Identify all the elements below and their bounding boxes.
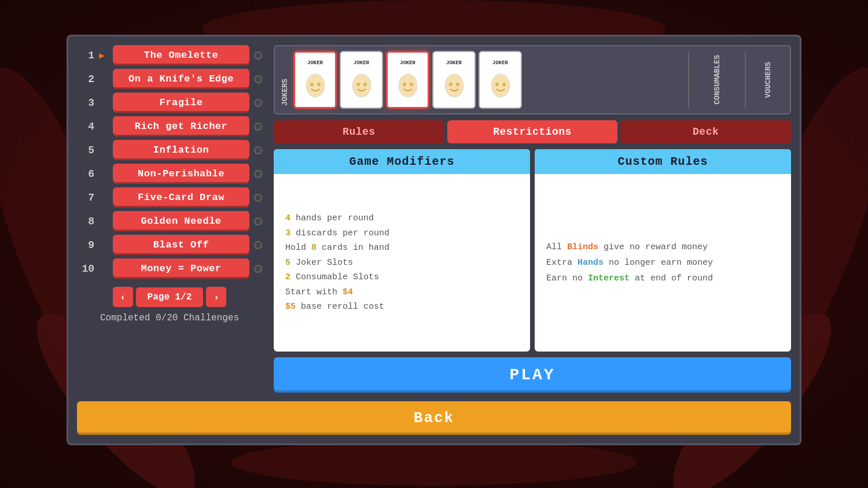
- challenge-num-6: 6: [77, 168, 94, 180]
- challenge-num-4: 4: [77, 121, 94, 132]
- joker-card-2-label: JOKER: [354, 60, 369, 66]
- page-label[interactable]: Page 1/2: [136, 287, 204, 307]
- svg-point-14: [410, 83, 413, 86]
- rules-line-1: All Blinds give no reward money: [546, 239, 779, 255]
- joker-card-4-label: JOKER: [446, 60, 462, 66]
- modifier-line-3: Hold 8 cards in hand: [285, 241, 518, 256]
- highlight-3: 8: [311, 243, 317, 253]
- dot-8: [254, 217, 262, 225]
- challenge-row-5: 5 ▶ Inflation: [77, 140, 262, 160]
- challenge-row-2: 2 ▶ On a Knife's Edge: [77, 69, 262, 89]
- dot-4: [254, 123, 262, 131]
- vouchers-area: VOUCHERS: [751, 51, 785, 109]
- highlight-5: 2: [285, 272, 290, 282]
- svg-point-20: [502, 83, 506, 86]
- joker-cards-area: JOKER JOKER: [293, 51, 683, 109]
- challenge-btn-3[interactable]: Fragile: [113, 93, 249, 113]
- challenge-btn-2[interactable]: On a Knife's Edge: [113, 69, 249, 89]
- challenge-num-1: 1: [77, 50, 94, 61]
- highlight-7: $5: [285, 302, 296, 312]
- modifier-line-2: 3 discards per round: [285, 226, 518, 241]
- main-container: 1 ▶ The Omelette 2 ▶ On a Knife's Edge 3…: [67, 35, 801, 445]
- tab-restrictions[interactable]: Restrictions: [447, 120, 618, 143]
- svg-point-12: [399, 74, 417, 97]
- challenge-btn-8[interactable]: Golden Needle: [113, 211, 249, 231]
- challenge-row-9: 9 ▶ Blast Off: [77, 235, 262, 255]
- joker-card-5-label: JOKER: [492, 60, 508, 66]
- dot-9: [254, 241, 262, 249]
- highlight-6: $4: [343, 287, 353, 297]
- joker-card-4[interactable]: JOKER: [432, 51, 476, 109]
- challenge-btn-6[interactable]: Non-Perishable: [113, 164, 249, 184]
- custom-rules-header: Custom Rules: [535, 149, 791, 174]
- challenge-btn-7[interactable]: Five-Card Draw: [113, 187, 249, 208]
- game-modifiers-body: 4 hands per round 3 discards per round H…: [274, 174, 530, 352]
- svg-point-10: [356, 83, 360, 86]
- back-button[interactable]: Back: [77, 401, 791, 435]
- joker-card-5[interactable]: JOKER: [479, 51, 522, 109]
- joker-egg-1: [302, 68, 328, 99]
- challenge-btn-10[interactable]: Money = Power: [113, 258, 249, 279]
- divider-2: [745, 51, 746, 109]
- challenge-row-4: 4 ▶ Rich get Richer: [77, 116, 262, 136]
- rules-line-2: Extra Hands no longer earn money: [546, 255, 779, 271]
- tabs-row: Rules Restrictions Deck: [274, 120, 791, 143]
- dot-2: [254, 75, 262, 83]
- challenge-row-10: 10 ▶ Money = Power: [77, 258, 262, 279]
- challenge-num-8: 8: [77, 216, 94, 227]
- svg-point-17: [456, 83, 459, 86]
- challenge-btn-4[interactable]: Rich get Richer: [113, 116, 249, 136]
- game-modifiers-panel: Game Modifiers 4 hands per round 3 disca…: [274, 149, 530, 352]
- dot-1: [254, 51, 262, 60]
- tab-rules[interactable]: Rules: [274, 120, 444, 143]
- svg-point-11: [363, 83, 367, 86]
- challenge-btn-1[interactable]: The Omelette: [113, 45, 249, 65]
- challenge-btn-5[interactable]: Inflation: [113, 140, 249, 160]
- challenge-num-5: 5: [77, 145, 94, 156]
- blinds-highlight: Blinds: [567, 242, 598, 252]
- svg-point-19: [495, 83, 499, 86]
- back-btn-container: Back: [77, 401, 791, 435]
- custom-rules-body: All Blinds give no reward money Extra Ha…: [535, 174, 791, 352]
- svg-point-13: [403, 83, 406, 86]
- jokers-section: JOKERS JOKER: [274, 45, 791, 114]
- tab-deck[interactable]: Deck: [620, 120, 791, 143]
- svg-point-5: [231, 439, 637, 486]
- challenge-btn-9[interactable]: Blast Off: [113, 235, 249, 255]
- challenge-num-7: 7: [77, 192, 94, 204]
- highlight-4: 5: [285, 258, 290, 268]
- page-prev-button[interactable]: ‹: [113, 287, 133, 307]
- svg-point-15: [445, 74, 464, 97]
- svg-point-7: [310, 83, 314, 86]
- divider-1: [688, 51, 689, 109]
- challenge-num-2: 2: [77, 73, 94, 85]
- challenge-row-6: 6 ▶ Non-Perishable: [77, 164, 262, 184]
- joker-egg-4: [441, 68, 467, 99]
- joker-card-2[interactable]: JOKER: [340, 51, 383, 109]
- challenge-row-1: 1 ▶ The Omelette: [77, 45, 262, 65]
- joker-card-1[interactable]: JOKER: [293, 51, 337, 109]
- pagination: ‹ Page 1/2 ›: [77, 287, 262, 307]
- info-panels: Game Modifiers 4 hands per round 3 disca…: [274, 149, 791, 352]
- modifier-line-4: 5 Joker Slots: [285, 256, 518, 271]
- play-button[interactable]: PLAY: [274, 357, 791, 393]
- joker-card-3[interactable]: JOKER ▼: [386, 51, 429, 109]
- joker-card-3-label: JOKER: [400, 60, 415, 66]
- joker-egg-2: [348, 68, 374, 99]
- right-panel: JOKERS JOKER: [274, 45, 791, 393]
- left-panel: 1 ▶ The Omelette 2 ▶ On a Knife's Edge 3…: [77, 45, 262, 393]
- svg-point-18: [491, 74, 510, 97]
- content-area: 1 ▶ The Omelette 2 ▶ On a Knife's Edge 3…: [77, 45, 791, 393]
- modifier-line-5: 2 Consumable Slots: [285, 270, 518, 285]
- dot-3: [254, 99, 262, 107]
- vouchers-label: VOUCHERS: [763, 59, 774, 101]
- modifier-line-6: Start with $4: [285, 285, 518, 300]
- page-next-button[interactable]: ›: [206, 287, 226, 307]
- highlight-2: 3: [285, 228, 290, 238]
- dot-6: [254, 170, 262, 178]
- svg-point-9: [352, 74, 371, 97]
- challenge-row-8: 8 ▶ Golden Needle: [77, 211, 262, 231]
- rules-line-3: Earn no Interest at end of round: [546, 271, 779, 286]
- modifier-line-7: $5 base reroll cost: [285, 300, 518, 315]
- joker-egg-5: [487, 68, 513, 99]
